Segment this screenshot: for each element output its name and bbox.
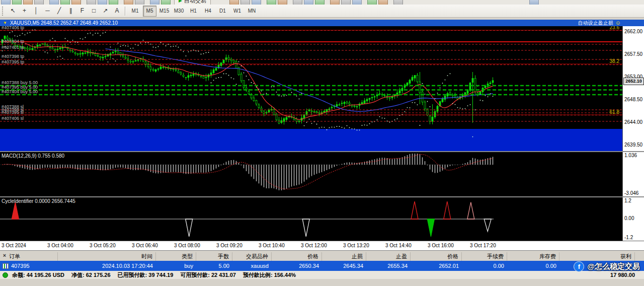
toolbar-icon[interactable] — [98, 0, 107, 5]
timeframe-button[interactable]: M30 — [172, 6, 186, 17]
time-axis-label: 3 Oct 14:40 — [385, 243, 412, 248]
toolbar-icon[interactable] — [315, 0, 325, 5]
macd-scale: 1.036 -3.046 — [622, 152, 644, 196]
toolbar-icon[interactable] — [240, 0, 250, 5]
svg-text:23.6: 23.6 — [610, 26, 620, 30]
timeframe-button[interactable]: H4 — [201, 6, 215, 17]
toolbar-icon[interactable] — [352, 0, 362, 5]
toolbar-icon[interactable] — [267, 0, 276, 5]
timeframe-button[interactable]: MN — [245, 6, 259, 17]
toolbar-icon[interactable] — [252, 0, 261, 5]
order-id: 407395 — [11, 261, 30, 271]
order-commission: 0.00 — [462, 261, 507, 271]
price-chart[interactable]: #407406 tp#407404 tp#407401 tp#407398 tp… — [0, 26, 622, 151]
toolbar-icon[interactable] — [278, 0, 287, 5]
svg-text:#407398 tp: #407398 tp — [2, 54, 24, 59]
toolbar-icon[interactable] — [87, 0, 96, 5]
total-profit: 17 980.00 — [610, 271, 635, 279]
toolbar-icon[interactable] — [109, 0, 118, 5]
toolbar-icon[interactable] — [229, 0, 239, 5]
order-row[interactable]: 407395 2024.10.03 17:20:44 buy 5.00 xauu… — [0, 261, 644, 271]
channel-icon: ∥ — [69, 7, 72, 14]
autotrading-button[interactable]: ▶ 自动交易 — [174, 0, 211, 5]
trendline-tool-button[interactable]: ╱ — [53, 6, 65, 16]
shapes-icon: □ — [92, 7, 96, 14]
macd-scale-bottom: -3.046 — [624, 190, 638, 196]
toolbar-icon[interactable] — [23, 0, 33, 5]
toolbar-icon[interactable] — [293, 0, 302, 5]
toolbar-icon[interactable] — [34, 0, 44, 5]
horizontal-line-tool-button[interactable]: ─ — [42, 6, 53, 16]
toolbar-icon[interactable] — [60, 0, 70, 5]
price-scale[interactable]: 2662.002657.502653.002648.502644.002639.… — [622, 26, 644, 151]
timeframe-button[interactable]: M5 — [143, 6, 156, 17]
toolbar-icon[interactable] — [1, 0, 11, 5]
terminal-header-row: 订单时间类型手数交易品种价格止损止盈价格手续费库存费获利 — [0, 252, 644, 261]
toolbar-icon[interactable] — [304, 0, 313, 5]
toolbar-icon[interactable] — [161, 0, 171, 5]
timeframe-button[interactable]: H1 — [187, 6, 200, 17]
cycle-scale: 1.2 0.00 -1.2 — [622, 197, 644, 241]
order-open-price: 2650.34 — [272, 261, 322, 271]
toolbar-icon[interactable] — [341, 0, 351, 5]
auto-tpsl-label: 自动设止盈止损 — [578, 20, 613, 27]
svg-text:#407395 tp: #407395 tp — [2, 59, 24, 64]
cycle-identifier-chart[interactable] — [0, 197, 622, 241]
channel-tool-button[interactable]: ∥ — [65, 6, 76, 16]
macd-panel: MACD(12,26,9) 0.755 0.580 1.036 -3.046 — [0, 152, 644, 196]
toolbar-icon[interactable] — [12, 0, 22, 5]
timeframe-button[interactable]: M1 — [128, 6, 142, 17]
toolbar-separator — [125, 7, 126, 16]
shapes-tool-button[interactable]: □ — [88, 6, 100, 16]
crosshair-tool-button[interactable]: + — [19, 6, 30, 16]
summary-segment: 净值: 62 175.26 — [71, 271, 111, 279]
column-header: 库存费 — [507, 252, 559, 261]
toolbar-drawing: ↖ + │ ─ ╱ ∥ F □ ↗ A M1 — [0, 5, 644, 18]
timeframe-button[interactable]: D1 — [216, 6, 229, 17]
timeframe-button[interactable]: W1 — [230, 6, 244, 17]
toolbar-icon[interactable] — [367, 0, 377, 5]
macd-chart[interactable] — [0, 152, 622, 196]
play-icon: ▶ — [179, 0, 182, 3]
toolbar-icon[interactable] — [529, 0, 539, 5]
facebook-icon: f — [574, 261, 584, 272]
toolbar-icon[interactable] — [378, 0, 388, 5]
toolbar-icon[interactable] — [150, 0, 159, 5]
fibonacci-tool-button[interactable]: F — [76, 6, 88, 16]
toolbar-icon[interactable] — [135, 0, 144, 5]
close-terminal-button[interactable]: × — [2, 253, 8, 259]
timeframe-button[interactable]: M15 — [157, 6, 171, 17]
time-axis-label: 3 Oct 17:20 — [470, 243, 496, 248]
toolbar-icon[interactable] — [49, 0, 59, 5]
column-header: 类型 — [156, 252, 196, 261]
autotrading-label: 自动交易 — [184, 0, 206, 5]
column-header: 价格 — [272, 252, 322, 261]
terminal-panel: × 订单时间类型手数交易品种价格止损止盈价格手续费库存费获利 407395 20… — [0, 250, 644, 286]
summary-segment: 已用预付款: 39 744.19 — [118, 271, 174, 279]
collapse-triangle-icon[interactable]: ▼ — [3, 20, 7, 26]
summary-segment: 可用预付款: 22 431.07 — [180, 271, 236, 279]
time-axis[interactable]: 3 Oct 20243 Oct 04:003 Oct 05:203 Oct 06… — [0, 241, 644, 250]
cursor-tool-button[interactable]: ↖ — [7, 6, 19, 16]
watermark: f @怎么稳定交易 — [574, 261, 640, 272]
column-header: 手数 — [196, 252, 232, 261]
toolbar-grip[interactable] — [2, 7, 5, 16]
column-header: 价格 — [411, 252, 462, 261]
column-header: 获利 — [559, 252, 635, 261]
order-sl: 2645.34 — [322, 261, 366, 271]
toolbar-icon[interactable] — [330, 0, 340, 5]
vertical-line-tool-button[interactable]: │ — [30, 6, 42, 16]
order-icon — [3, 263, 9, 269]
svg-text:#407406 tp: #407406 tp — [2, 26, 24, 30]
text-tool-button[interactable]: A — [111, 6, 123, 16]
time-axis-label: 3 Oct 06:40 — [132, 243, 158, 248]
price-scale-label: 2644.00 — [624, 119, 642, 125]
arrows-tool-button[interactable]: ↗ — [100, 6, 111, 16]
macd-label: MACD(12,26,9) 0.755 0.580 — [2, 153, 64, 159]
column-header: 止盈 — [366, 252, 411, 261]
toolbar-icon[interactable] — [71, 0, 81, 5]
toolbar-icon[interactable] — [393, 0, 403, 5]
toolbar-icon[interactable] — [124, 0, 133, 5]
time-axis-label: 3 Oct 05:20 — [90, 243, 116, 248]
price-scale-label: 2657.50 — [624, 51, 642, 57]
